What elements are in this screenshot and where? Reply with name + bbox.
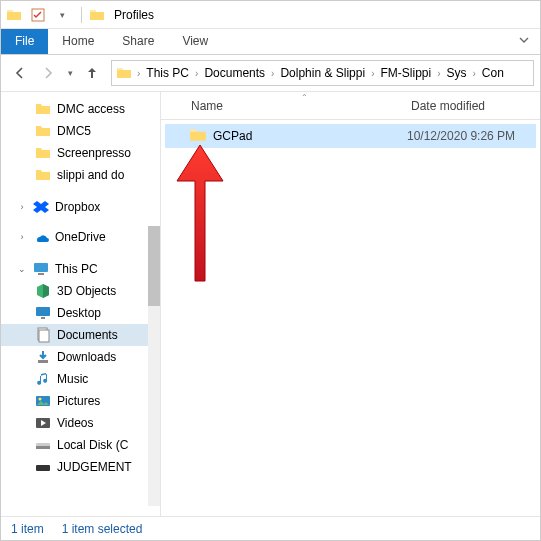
svg-rect-4 (41, 317, 45, 319)
drive-icon (35, 437, 51, 453)
file-tab[interactable]: File (1, 29, 48, 54)
sidebar-label: JUDGEMENT (57, 460, 132, 474)
sidebar-label: Desktop (57, 306, 101, 320)
ribbon-tabs: File Home Share View (1, 29, 540, 55)
thispc-group: ⌄ This PC 3D Objects Desktop Documents D… (1, 258, 160, 478)
recent-locations-button[interactable]: ▾ (63, 60, 77, 86)
videos-icon (35, 415, 51, 431)
crumb-con[interactable]: Con (479, 66, 507, 80)
sidebar-label: slippi and do (57, 168, 124, 182)
sidebar-label: This PC (55, 262, 98, 276)
tab-share[interactable]: Share (108, 29, 168, 54)
list-item[interactable]: GCPad 10/12/2020 9:26 PM (165, 124, 536, 148)
sidebar-item-dmc-access[interactable]: DMC access (1, 98, 160, 120)
sidebar-label: Local Disk (C (57, 438, 128, 452)
breadcrumb[interactable]: › This PC› Documents› Dolphin & Slippi› … (111, 60, 534, 86)
file-date: 10/12/2020 9:26 PM (401, 129, 536, 143)
svg-rect-2 (38, 273, 44, 275)
sidebar-label: Pictures (57, 394, 100, 408)
folder-icon (35, 167, 51, 183)
sidebar-item-thispc[interactable]: ⌄ This PC (1, 258, 160, 280)
sidebar-item-localdisk[interactable]: Local Disk (C (1, 434, 160, 456)
scrollbar-thumb[interactable] (148, 226, 160, 306)
status-bar: 1 item 1 item selected (1, 516, 540, 540)
pictures-icon (35, 393, 51, 409)
folder-icon (189, 126, 207, 147)
separator (81, 7, 82, 23)
svg-rect-6 (39, 330, 49, 342)
crumb-sys[interactable]: Sys› (444, 66, 479, 80)
sidebar-label: DMC access (57, 102, 125, 116)
folder-icon (35, 123, 51, 139)
crumb-documents[interactable]: Documents› (201, 66, 277, 80)
sidebar-item-slippi[interactable]: slippi and do (1, 164, 160, 186)
title-bar: ▾ Profiles (1, 1, 540, 29)
sidebar-label: Screenpresso (57, 146, 131, 160)
sidebar-item-dropbox[interactable]: › Dropbox (1, 196, 160, 218)
forward-button[interactable] (35, 60, 61, 86)
explorer-body: DMC access DMC5 Screenpresso slippi and … (1, 92, 540, 516)
folder-icon (5, 6, 23, 24)
sidebar-label: 3D Objects (57, 284, 116, 298)
chevron-down-icon[interactable]: ⌄ (17, 264, 27, 274)
sidebar-label: Documents (57, 328, 118, 342)
drive-icon (35, 459, 51, 475)
column-header-date[interactable]: Date modified (401, 99, 495, 113)
breadcrumb-folder-icon (114, 65, 134, 81)
sidebar-label: Dropbox (55, 200, 100, 214)
crumb-fmslippi[interactable]: FM-Slippi› (377, 66, 443, 80)
quick-access-toolbar: ▾ (5, 6, 75, 24)
crumb-thispc[interactable]: This PC› (143, 66, 201, 80)
sidebar-label: DMC5 (57, 124, 91, 138)
svg-point-9 (39, 398, 42, 401)
folder-icon (35, 145, 51, 161)
file-name: GCPad (213, 129, 252, 143)
quick-access-group: DMC access DMC5 Screenpresso slippi and … (1, 98, 160, 186)
sidebar-label: Music (57, 372, 88, 386)
folder-icon (35, 101, 51, 117)
tab-home[interactable]: Home (48, 29, 108, 54)
onedrive-icon (33, 229, 49, 245)
sidebar-item-3dobjects[interactable]: 3D Objects (1, 280, 160, 302)
crumb-dolphin[interactable]: Dolphin & Slippi› (277, 66, 377, 80)
svg-rect-3 (36, 307, 50, 316)
navigation-bar: ▾ › This PC› Documents› Dolphin & Slippi… (1, 55, 540, 92)
back-button[interactable] (7, 60, 33, 86)
sidebar-item-documents[interactable]: Documents (1, 324, 160, 346)
sidebar-item-screenpresso[interactable]: Screenpresso (1, 142, 160, 164)
sidebar-item-judgement[interactable]: JUDGEMENT (1, 456, 160, 478)
sidebar-label: Downloads (57, 350, 116, 364)
window-title: Profiles (114, 8, 154, 22)
tab-view[interactable]: View (168, 29, 222, 54)
status-selected-count: 1 item selected (62, 522, 143, 536)
sidebar-item-music[interactable]: Music (1, 368, 160, 390)
svg-rect-13 (36, 465, 50, 471)
column-header-name[interactable]: Name (161, 99, 401, 113)
sidebar-item-videos[interactable]: Videos (1, 412, 160, 434)
sort-indicator-icon: ⌃ (301, 93, 308, 102)
sidebar-item-desktop[interactable]: Desktop (1, 302, 160, 324)
sidebar-item-dmc5[interactable]: DMC5 (1, 120, 160, 142)
svg-rect-12 (36, 446, 50, 449)
svg-rect-1 (34, 263, 48, 272)
up-button[interactable] (79, 60, 105, 86)
properties-icon[interactable] (29, 6, 47, 24)
cube-icon (35, 283, 51, 299)
music-icon (35, 371, 51, 387)
navpane-scrollbar[interactable] (148, 226, 160, 506)
cloud-group: › Dropbox › OneDrive (1, 196, 160, 248)
ribbon-expand-icon[interactable] (508, 29, 540, 54)
chevron-right-icon[interactable]: › (134, 68, 143, 79)
sidebar-item-pictures[interactable]: Pictures (1, 390, 160, 412)
window-folder-icon (88, 6, 106, 24)
sidebar-item-downloads[interactable]: Downloads (1, 346, 160, 368)
monitor-icon (33, 261, 49, 277)
chevron-right-icon[interactable]: › (17, 202, 27, 212)
chevron-right-icon[interactable]: › (17, 232, 27, 242)
qat-chevron-down-icon[interactable]: ▾ (53, 6, 71, 24)
sidebar-item-onedrive[interactable]: › OneDrive (1, 226, 160, 248)
documents-icon (35, 327, 51, 343)
content-pane: ⌃ Name Date modified GCPad 10/12/2020 9:… (161, 92, 540, 516)
svg-rect-7 (38, 360, 48, 363)
file-list[interactable]: GCPad 10/12/2020 9:26 PM (161, 120, 540, 516)
